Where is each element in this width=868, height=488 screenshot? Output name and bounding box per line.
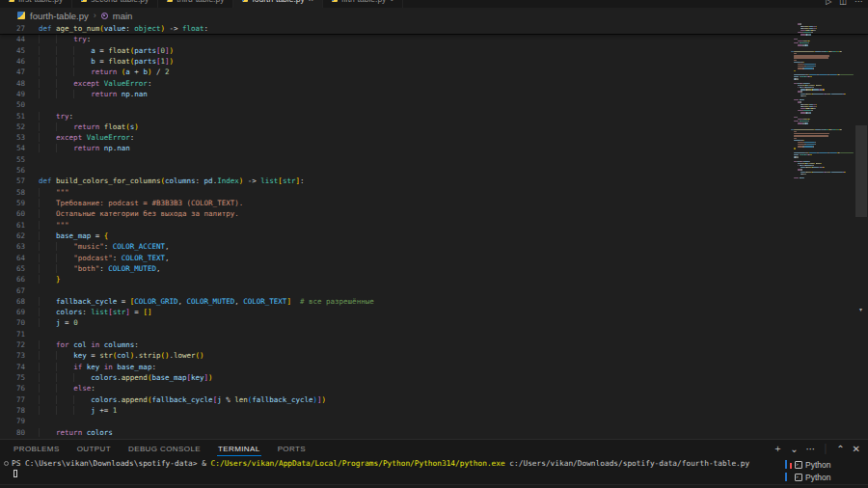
- minimap[interactable]: [789, 23, 854, 439]
- terminal-tab-label: Python: [805, 460, 830, 470]
- new-terminal-icon[interactable]: ＋: [773, 442, 782, 455]
- code-text: }: [39, 274, 61, 285]
- line-number: 61: [0, 220, 39, 230]
- panel-tab-ports[interactable]: PORTS: [277, 442, 307, 456]
- code-line[interactable]: 77 colors.append(fallback_cycle[j % len(…: [0, 394, 868, 405]
- line-number: 52: [0, 122, 39, 132]
- tab-label: fourth-table.py: [252, 0, 304, 4]
- split-editor-icon[interactable]: ◫: [839, 0, 847, 6]
- code-line[interactable]: 49 return np.nan: [0, 89, 868, 99]
- tab-first-table.py[interactable]: first-table.py: [0, 0, 72, 8]
- code-line[interactable]: 57def build_colors_for_columns(columns: …: [0, 176, 868, 186]
- tab-fourth-table.py[interactable]: fourth-table.py×: [233, 0, 323, 8]
- tab-bar: first-table.pysecond-table.pythird-table…: [0, 0, 868, 8]
- code-line[interactable]: 75 colors.append(base_map[key]): [0, 372, 868, 383]
- terminal-tab-python-1[interactable]: >_Python: [785, 458, 868, 471]
- close-tab-icon[interactable]: ×: [309, 0, 313, 3]
- symbol-function-icon: [101, 13, 108, 19]
- code-text: return (a + b) / 2: [39, 67, 169, 77]
- maximize-panel-icon[interactable]: ⌃: [836, 444, 844, 454]
- code-line[interactable]: 62 base_map = {: [0, 230, 868, 241]
- line-number: 47: [0, 67, 39, 77]
- tab-third-table.py[interactable]: third-table.py: [158, 0, 233, 8]
- code-line[interactable]: 48 except ValueError:: [0, 78, 868, 89]
- panel-tab-output[interactable]: OUTPUT: [76, 442, 112, 456]
- sticky-scroll-line[interactable]: 27 def age_to_num(value: object) -> floa…: [0, 23, 868, 34]
- line-number: 44: [0, 34, 39, 44]
- code-line[interactable]: 70 j = 0: [0, 317, 868, 328]
- code-line[interactable]: 78 j += 1: [0, 405, 868, 416]
- scrollbar-thumb[interactable]: [855, 125, 867, 217]
- code-line[interactable]: 59 Требование: podcast = #B3B3B3 (COLOR_…: [0, 198, 868, 208]
- code-line[interactable]: 53 except ValueError:: [0, 132, 868, 143]
- terminal-command-line: PS C:\Users\vikan\Downloads\spotify-data…: [12, 459, 749, 469]
- code-line[interactable]: 67: [0, 285, 868, 296]
- code-line[interactable]: 68 fallback_cycle = [COLOR_GRID, COLOR_M…: [0, 296, 868, 307]
- code-line[interactable]: 58 """: [0, 187, 868, 198]
- code-line[interactable]: 76 else:: [0, 383, 868, 393]
- code-line[interactable]: 64 "podcast": COLOR_TEXT,: [0, 253, 868, 263]
- code-line[interactable]: 80 return colors: [0, 427, 868, 438]
- code-line[interactable]: 44 try:: [0, 34, 868, 44]
- line-number: 45: [0, 45, 39, 56]
- terminal-tab-python-2[interactable]: >_Python: [785, 471, 868, 483]
- code-line[interactable]: 73 key = str(col).strip().lower(): [0, 350, 868, 361]
- breadcrumb-file[interactable]: fourth-table.py: [30, 11, 89, 21]
- code-text: colors.append(base_map[key]): [39, 372, 213, 383]
- code-line[interactable]: 65 "both": COLOR_MUTED,: [0, 263, 868, 274]
- more-actions-icon[interactable]: ⋯: [854, 0, 862, 6]
- command-decoration-icon[interactable]: [4, 461, 9, 466]
- python-file-icon: [242, 0, 248, 2]
- line-number: 76: [0, 383, 39, 393]
- code-text: else:: [39, 383, 95, 393]
- code-line[interactable]: 60 Остальные категории без выхода за пал…: [0, 208, 868, 219]
- code-line[interactable]: 51 try:: [0, 111, 868, 122]
- code-line[interactable]: 56: [0, 165, 868, 176]
- terminal-profile-dropdown[interactable]: ⌄: [790, 444, 798, 454]
- code-line[interactable]: 79: [0, 416, 868, 426]
- line-number: 57: [0, 176, 39, 186]
- terminal-icon: >_: [795, 461, 802, 469]
- code-line[interactable]: 63 "music": COLOR_ACCENT,: [0, 241, 868, 252]
- code-line[interactable]: 55: [0, 154, 868, 165]
- close-panel-icon[interactable]: ✕: [853, 444, 860, 454]
- breadcrumb-symbol[interactable]: main: [113, 11, 133, 21]
- code-line[interactable]: 46 b = float(parts[1]): [0, 56, 868, 67]
- editor-scrollbar[interactable]: [854, 23, 868, 439]
- code-text: a = float(parts[0]): [39, 45, 174, 56]
- code-line[interactable]: 69 colors: list[str] = []: [0, 307, 868, 317]
- code-line[interactable]: 50: [0, 99, 868, 110]
- code-line[interactable]: 52 return float(s): [0, 122, 868, 132]
- line-number: 72: [0, 339, 39, 350]
- code-line[interactable]: 66 }: [0, 274, 868, 285]
- active-indicator: [785, 460, 787, 469]
- code-line[interactable]: 45 a = float(parts[0]): [0, 45, 868, 56]
- tab-fifth-table.py[interactable]: fifth-table.py●: [323, 0, 403, 8]
- panel-tabs: PROBLEMSOUTPUTDEBUG CONSOLETERMINALPORTS: [13, 442, 322, 456]
- line-number: 70: [0, 317, 39, 328]
- code-line[interactable]: 54 return np.nan: [0, 143, 868, 153]
- overview-ruler-marker-icon: ▾: [859, 306, 862, 312]
- terminal-viewport[interactable]: PS C:\Users\vikan\Downloads\spotify-data…: [0, 457, 785, 484]
- run-python-file-icon[interactable]: ▷: [826, 0, 831, 6]
- code-line[interactable]: 71: [0, 329, 868, 339]
- code-text: if key in base_map:: [39, 362, 156, 372]
- panel-tab-problems[interactable]: PROBLEMS: [13, 442, 61, 456]
- panel-tab-terminal[interactable]: TERMINAL: [217, 442, 261, 456]
- panel-tab-debug-console[interactable]: DEBUG CONSOLE: [127, 442, 202, 456]
- line-number: 78: [0, 405, 39, 416]
- code-line[interactable]: 61 """: [0, 220, 868, 230]
- breadcrumb: fourth-table.py › main: [0, 8, 868, 23]
- code-text: colors.append(fallback_cycle[j % len(fal…: [39, 394, 326, 405]
- code-line[interactable]: 74 if key in base_map:: [0, 362, 868, 372]
- line-number: 66: [0, 274, 39, 285]
- code-line[interactable]: 47 return (a + b) / 2: [0, 67, 868, 77]
- code-editor[interactable]: 27 def age_to_num(value: object) -> floa…: [0, 23, 868, 439]
- code-text: except ValueError:: [39, 78, 151, 89]
- python-file-icon: [332, 0, 338, 2]
- python-file-icon: [81, 0, 87, 2]
- tab-second-table.py[interactable]: second-table.py: [72, 0, 158, 8]
- panel-more-actions-icon[interactable]: ⋯: [806, 444, 816, 454]
- code-text: """: [39, 187, 69, 198]
- code-line[interactable]: 72 for col in columns:: [0, 339, 868, 350]
